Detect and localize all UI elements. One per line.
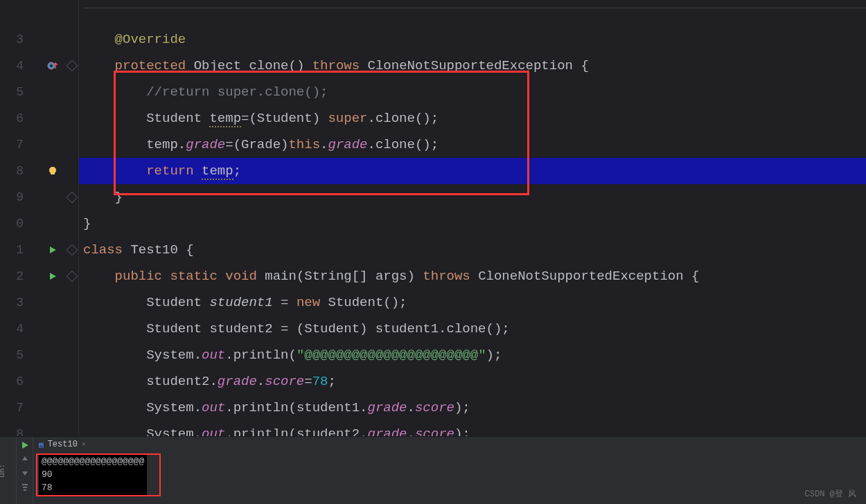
line-number: 4 bbox=[0, 316, 24, 342]
line-number: 7 bbox=[0, 395, 24, 421]
code-line[interactable]: Student temp=(Student) super.clone(); bbox=[79, 105, 866, 132]
down-arrow-icon[interactable] bbox=[21, 469, 29, 477]
run-tab-icon: ▤ bbox=[39, 440, 44, 449]
line-number: 0 bbox=[0, 210, 24, 237]
run-gutter-icon[interactable] bbox=[40, 263, 65, 289]
svg-rect-4 bbox=[24, 489, 26, 491]
run-tab-title[interactable]: Test10 bbox=[48, 440, 78, 449]
svg-point-1 bbox=[50, 64, 53, 67]
console-output[interactable]: @@@@@@@@@@@@@@@@@@@ 90 78 bbox=[39, 453, 147, 496]
fold-toggle-icon[interactable] bbox=[65, 263, 78, 289]
code-editor[interactable]: 3 4 5 6 7 8 9 0 1 2 3 4 5 6 7 8 bbox=[0, 0, 866, 436]
code-line[interactable]: protected Object clone() throws CloneNot… bbox=[79, 53, 866, 79]
line-number: 3 bbox=[0, 26, 24, 53]
fold-toggle-icon[interactable] bbox=[65, 237, 78, 263]
code-line[interactable]: Student student1 = new Student(); bbox=[79, 289, 866, 316]
run-tool-window[interactable]: un: ▤ Test10 × @@@@@@@@@@@@@@@@@@@ 90 78 bbox=[0, 436, 866, 504]
run-tab-bar: ▤ Test10 × bbox=[33, 437, 866, 452]
close-tab-icon[interactable]: × bbox=[82, 441, 86, 449]
code-line[interactable]: //return super.clone(); bbox=[79, 79, 866, 105]
code-line[interactable]: System.out.println("@@@@@@@@@@@@@@@@@@@@… bbox=[79, 342, 866, 368]
rerun-icon[interactable] bbox=[21, 441, 29, 449]
console-line: @@@@@@@@@@@@@@@@@@@ bbox=[42, 455, 144, 468]
watermark-text: CSDN @登 风 bbox=[805, 488, 856, 500]
line-number: 1 bbox=[0, 237, 24, 263]
run-label: un: bbox=[0, 464, 6, 478]
code-line[interactable]: public static void main(String[] args) t… bbox=[79, 263, 866, 289]
fold-toggle-icon[interactable] bbox=[65, 53, 78, 79]
gutter-icon-column bbox=[40, 0, 65, 436]
code-line[interactable]: System.out.println(student1.grade.score)… bbox=[79, 395, 866, 421]
method-separator bbox=[83, 8, 866, 8]
run-gutter-icon[interactable] bbox=[40, 237, 65, 263]
line-number: 6 bbox=[0, 105, 24, 132]
line-number: 4 bbox=[0, 53, 24, 79]
svg-rect-3 bbox=[23, 487, 27, 488]
console-line: 90 bbox=[42, 468, 144, 481]
up-arrow-icon[interactable] bbox=[21, 455, 29, 463]
code-line[interactable]: Student student2 = (Student) student1.cl… bbox=[79, 316, 866, 342]
run-toolbar-actions bbox=[17, 437, 33, 504]
code-line[interactable]: temp.grade=(Grade)this.grade.clone(); bbox=[79, 132, 866, 158]
override-breakpoint-icon[interactable] bbox=[40, 53, 65, 79]
line-number: 5 bbox=[0, 79, 24, 105]
line-number: 9 bbox=[0, 184, 24, 210]
line-number-gutter: 3 4 5 6 7 8 9 0 1 2 3 4 5 6 7 8 bbox=[0, 0, 40, 436]
intention-bulb-icon[interactable] bbox=[40, 158, 65, 184]
line-number bbox=[0, 0, 24, 26]
line-number: 5 bbox=[0, 342, 24, 368]
line-number: 7 bbox=[0, 132, 24, 158]
code-area[interactable]: @Override protected Object clone() throw… bbox=[79, 0, 866, 436]
run-toolbar-left: un: bbox=[0, 437, 17, 504]
svg-rect-2 bbox=[22, 484, 28, 485]
code-line[interactable]: class Test10 { bbox=[79, 237, 866, 263]
code-line[interactable]: @Override bbox=[79, 26, 866, 53]
code-line[interactable]: student2.grade.score=78; bbox=[79, 368, 866, 395]
line-number: 8 bbox=[0, 158, 24, 184]
console-line: 78 bbox=[42, 481, 144, 494]
line-number: 3 bbox=[0, 289, 24, 316]
fold-toggle-icon[interactable] bbox=[65, 184, 78, 210]
code-line[interactable]: } bbox=[79, 210, 866, 237]
line-number: 6 bbox=[0, 368, 24, 395]
fold-column bbox=[65, 0, 79, 436]
code-line[interactable]: } bbox=[79, 184, 866, 210]
filter-icon[interactable] bbox=[21, 483, 29, 491]
line-number: 2 bbox=[0, 263, 24, 289]
run-console[interactable]: ▤ Test10 × @@@@@@@@@@@@@@@@@@@ 90 78 bbox=[33, 437, 866, 504]
code-line-current[interactable]: return temp; bbox=[79, 158, 866, 184]
